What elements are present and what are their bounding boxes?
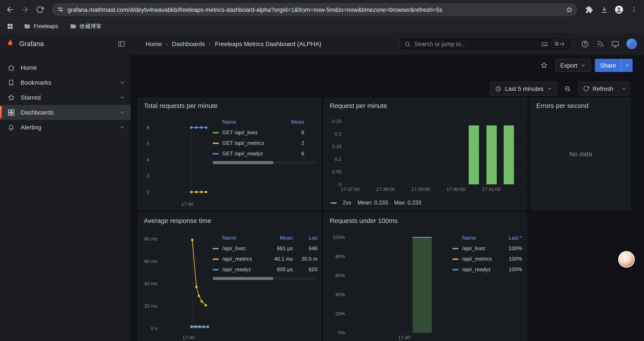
panel-average-response-time: Average response time 80 ms60 ms40 ms20 …	[138, 213, 321, 341]
chevron-down-icon	[547, 86, 552, 91]
scrollbar-thumb[interactable]	[212, 277, 273, 280]
series-color-dash	[330, 202, 337, 203]
legend-hscrollbar[interactable]	[212, 161, 318, 164]
legend-row[interactable]: /api/_readyz 100%	[452, 264, 522, 275]
browser-back-button[interactable]	[4, 3, 17, 16]
avg-response-time-line-chart[interactable]: 80 ms60 ms40 ms20 ms0 s17:40	[141, 230, 212, 341]
legend-hscrollbar[interactable]	[212, 277, 318, 280]
sidebar-item-bookmarks[interactable]: Bookmarks	[0, 75, 131, 90]
chevron-down-icon[interactable]	[119, 80, 126, 86]
svg-text:17:40: 17:40	[182, 335, 194, 340]
legend-row[interactable]: /api/_livez 100%	[452, 243, 522, 254]
panel-total-requests-per-minute: Total requests per minute 6543217:40 Nam…	[138, 98, 321, 210]
url-input[interactable]	[68, 6, 560, 13]
monitor-kiosk-icon[interactable]	[611, 40, 620, 48]
share-button[interactable]: Share	[595, 59, 621, 72]
request-per-minute-bar-chart[interactable]: 0.250.20.150.10.05017:37:0017:38:0017:39…	[327, 114, 525, 193]
site-settings-icon[interactable]	[57, 6, 64, 13]
grafana-brand: Grafana	[5, 37, 128, 51]
legend-header-name[interactable]: Name	[462, 235, 499, 241]
sidebar-item-alerting[interactable]: Alerting	[0, 120, 131, 135]
chevron-down-icon[interactable]	[119, 124, 126, 130]
panel-request-per-minute: Request per minute 0.250.20.150.10.05017…	[324, 98, 527, 210]
svg-text:0%: 0%	[338, 330, 345, 335]
refresh-button-group: Refresh	[578, 82, 630, 96]
panel-title[interactable]: Total requests per minute	[144, 102, 218, 109]
panel-title[interactable]: Request per minute	[330, 102, 387, 109]
search-input[interactable]: Search or jump to... ⌘+k	[400, 37, 572, 51]
breadcrumb-home[interactable]: Home	[146, 40, 162, 47]
legend-row[interactable]: /api/_readyz 605 µs 620	[212, 264, 318, 275]
legend-header-mean[interactable]: Mean	[283, 119, 304, 125]
bookmark-star-icon[interactable]	[563, 4, 575, 15]
bookmark-folder-freeleaps[interactable]: Freeleaps	[20, 22, 62, 31]
grafana-sidebar: Home Bookmarks Starred Dashboards Alerti…	[0, 55, 131, 341]
legend-header-mean[interactable]: Mean	[266, 235, 293, 241]
svg-text:0.2: 0.2	[335, 131, 342, 137]
zoom-out-time-icon[interactable]	[560, 82, 574, 96]
chevron-down-icon[interactable]	[119, 94, 126, 101]
total-requests-line-chart[interactable]: 6543217:40	[141, 115, 211, 208]
scrollbar-thumb[interactable]	[212, 161, 273, 164]
legend-series-name[interactable]: 2xx	[343, 200, 351, 206]
breadcrumb-dashboards[interactable]: Dashboards	[172, 40, 205, 47]
chevron-down-icon[interactable]	[119, 109, 126, 115]
legend-row[interactable]: GET /api/_livez 6	[212, 127, 318, 138]
help-icon[interactable]	[581, 40, 589, 48]
home-icon	[7, 63, 15, 72]
legend-header-name[interactable]: Name	[222, 119, 283, 125]
svg-text:80%: 80%	[335, 254, 345, 259]
apps-grid-icon[interactable]	[4, 21, 16, 32]
legend-row[interactable]: GET /api/_metrics 2	[212, 138, 318, 148]
assistant-avatar-widget[interactable]	[618, 251, 635, 268]
sidebar-item-home[interactable]: Home	[0, 60, 131, 75]
svg-text:0 s: 0 s	[151, 326, 158, 331]
legend-header-last[interactable]: Las	[293, 235, 318, 241]
downloads-icon[interactable]	[598, 3, 611, 16]
legend-row[interactable]: /api/_metrics 100%	[452, 254, 522, 264]
panel-title[interactable]: Errors per second	[536, 102, 588, 109]
legend-row[interactable]: /api/_metrics 40.1 ms 20.5 m	[212, 254, 318, 264]
browser-menu-kebab-icon[interactable]	[627, 3, 640, 16]
svg-text:2: 2	[147, 189, 150, 195]
svg-text:40%: 40%	[335, 292, 345, 297]
panel-title[interactable]: Requests under 100ms	[330, 217, 398, 224]
browser-profile-avatar[interactable]	[612, 3, 626, 16]
legend-header-name[interactable]: Name	[222, 235, 266, 241]
browser-reload-button[interactable]	[33, 3, 46, 16]
star-icon	[7, 93, 15, 102]
time-range-picker[interactable]: Last 5 minutes	[490, 82, 557, 96]
legend-header-last[interactable]: Last *	[499, 235, 522, 241]
brand-name: Grafana	[19, 40, 44, 48]
address-bar[interactable]	[52, 3, 577, 16]
svg-text:20%: 20%	[335, 311, 345, 316]
news-rss-icon[interactable]	[596, 40, 604, 48]
series-color-dash	[212, 132, 219, 133]
sidebar-item-dashboards[interactable]: Dashboards	[0, 105, 131, 120]
requests-under-100ms-bar-chart[interactable]: 100%80%60%40%20%0%17:40	[327, 230, 452, 341]
export-button[interactable]: Export	[556, 59, 590, 72]
keyboard-icon	[542, 41, 548, 47]
grafana-logo[interactable]	[5, 39, 15, 49]
sidebar-item-starred[interactable]: Starred	[0, 90, 131, 105]
legend-row[interactable]: /api/_livez 661 µs 646	[212, 243, 318, 254]
panel-title[interactable]: Average response time	[144, 217, 211, 224]
refresh-interval-chevron[interactable]	[618, 82, 629, 95]
favorite-star-icon[interactable]	[537, 58, 551, 72]
legend-table: Name Last * /api/_livez 100% /api/_metri…	[452, 233, 522, 275]
share-menu-chevron[interactable]	[621, 59, 632, 72]
browser-forward-button[interactable]	[18, 3, 32, 16]
svg-text:0.15: 0.15	[332, 144, 342, 149]
search-shortcut: ⌘+k	[552, 40, 567, 48]
legend-row[interactable]: GET /api/_readyz 6	[212, 148, 318, 159]
svg-text:17:40: 17:40	[181, 201, 193, 207]
sidebar-collapse-icon[interactable]	[115, 37, 128, 51]
extensions-icon[interactable]	[582, 3, 596, 16]
browser-toolbar	[0, 0, 644, 19]
refresh-button[interactable]: Refresh	[578, 82, 618, 95]
dashboard-actions: Export Share	[537, 58, 632, 73]
svg-text:60%: 60%	[335, 273, 345, 278]
svg-text:0.05: 0.05	[332, 169, 342, 174]
bookmark-folder-blogs[interactable]: 收藏博客	[66, 21, 105, 31]
user-avatar[interactable]	[626, 39, 637, 49]
